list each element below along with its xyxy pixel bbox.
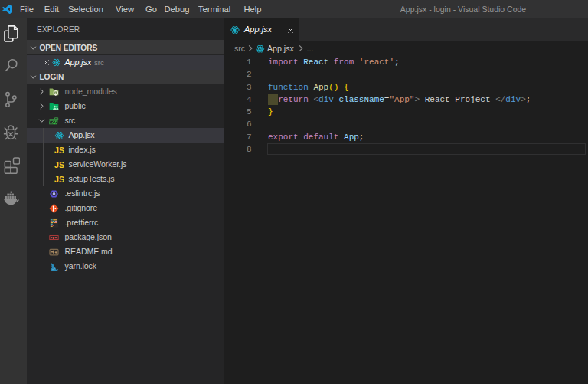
source-control-icon[interactable] [2, 90, 19, 107]
chevron-down-icon [30, 74, 37, 80]
js-icon [54, 175, 64, 184]
tree-item-label: index.js [69, 143, 96, 157]
search-icon[interactable] [2, 57, 19, 74]
folder-src-open-icon [49, 117, 59, 126]
menu-selection[interactable]: Selection [68, 0, 103, 18]
react-icon [256, 44, 265, 54]
tree-item-yarn-lock[interactable]: yarn.lock [27, 259, 224, 274]
tree-item-public[interactable]: public [27, 99, 224, 113]
breadcrumbs: src App.jsx ... [224, 41, 588, 56]
cursor-block [268, 94, 278, 105]
section-login[interactable]: LOGIN [27, 70, 224, 84]
folder-public-icon [49, 102, 59, 111]
tree-item-label: .gitignore [65, 201, 98, 215]
tree-item-index-js[interactable]: index.js [27, 143, 224, 157]
chevron-right-icon [38, 103, 45, 110]
menu-view[interactable]: View [116, 0, 134, 18]
eslint-icon [49, 189, 59, 199]
section-open-editors[interactable]: OPEN EDITORS [27, 40, 224, 54]
menu-go[interactable]: Go [145, 0, 157, 18]
open-editor-detail: src [94, 55, 104, 70]
line-numbers: 12345678 [224, 56, 252, 156]
titlebar: File Edit Selection View Go Debug Termin… [0, 0, 588, 18]
open-editor-label: App.jsx [65, 55, 92, 70]
chevron-right-icon [297, 44, 305, 52]
chevron-down-icon [38, 117, 45, 124]
extensions-icon[interactable] [3, 157, 20, 174]
tree-item-readme-md[interactable]: README.md [27, 245, 224, 259]
tree-item-label: yarn.lock [65, 259, 97, 274]
chevron-down-icon [30, 44, 37, 51]
chevron-right-icon [247, 44, 254, 52]
breadcrumb-symbol[interactable]: ... [307, 41, 314, 56]
docker-icon[interactable] [2, 190, 19, 207]
tree-item-serviceworker-js[interactable]: serviceWorker.js [27, 157, 224, 172]
files-icon[interactable] [2, 25, 19, 42]
prettier-icon [49, 218, 59, 228]
js-icon [54, 160, 64, 169]
tree-item-setuptests-js[interactable]: setupTests.js [27, 172, 224, 186]
git-icon [49, 204, 59, 213]
tree-item-label: public [65, 99, 86, 113]
sidebar-explorer: EXPLORER OPEN EDITORS App.jsx src LOGIN … [27, 18, 224, 384]
tree-item--gitignore[interactable]: .gitignore [27, 201, 224, 215]
chevron-right-icon [38, 88, 45, 95]
react-icon [230, 25, 240, 34]
tree-item-app-jsx[interactable]: App.jsx [27, 128, 224, 143]
tree-item-label: src [65, 113, 76, 128]
indent-guide [43, 128, 44, 186]
breadcrumb-folder[interactable]: src [234, 41, 245, 56]
breadcrumb-file[interactable]: App.jsx [267, 41, 294, 56]
code-lines: import React from 'react';function App()… [268, 56, 531, 156]
tree-item--prettierrc[interactable]: .prettierrc [27, 215, 224, 230]
tab-appjsx[interactable]: App.jsx [224, 18, 299, 41]
code-editor[interactable]: 12345678 import React from 'react';funct… [224, 56, 588, 384]
react-icon [54, 131, 64, 140]
tree-item-label: package.json [65, 230, 112, 245]
tree-item-label: .eslintrc.js [65, 186, 100, 201]
tree-item-label: serviceWorker.js [69, 157, 127, 172]
tab-label: App.jsx [244, 18, 272, 41]
debug-icon[interactable] [2, 123, 19, 140]
menu-edit[interactable]: Edit [44, 0, 59, 18]
open-editor-item[interactable]: App.jsx src [27, 55, 224, 70]
current-line-highlight [267, 143, 586, 155]
tree-item-label: node_modules [65, 84, 117, 99]
tree-item--eslintrc-js[interactable]: .eslintrc.js [27, 186, 224, 201]
close-icon[interactable] [287, 27, 294, 34]
section-label: LOGIN [40, 70, 64, 84]
js-icon [54, 146, 64, 155]
sidebar-title: EXPLORER [37, 18, 80, 40]
tree-item-src[interactable]: src [27, 113, 224, 128]
yarn-icon [49, 262, 59, 271]
tree-item-label: README.md [65, 245, 113, 259]
tree-item-label: .prettierrc [65, 215, 99, 230]
window-title: App.jsx - login - Visual Studio Code [400, 0, 526, 18]
section-label: OPEN EDITORS [40, 40, 98, 55]
tree-item-node-modules[interactable]: node_modules [27, 84, 224, 99]
tree-item-label: App.jsx [69, 128, 95, 143]
tree-item-label: setupTests.js [69, 172, 115, 186]
react-icon [52, 58, 60, 67]
readme-icon [49, 248, 59, 257]
menu-help[interactable]: Help [243, 0, 261, 18]
vscode-logo-icon [2, 5, 12, 14]
menu-debug[interactable]: Debug [165, 0, 190, 18]
npm-icon [49, 233, 59, 242]
menu-file[interactable]: File [20, 0, 34, 18]
tree-item-package-json[interactable]: package.json [27, 230, 224, 245]
activity-bar [0, 18, 27, 384]
folder-npm-icon [49, 87, 59, 97]
menu-terminal[interactable]: Terminal [198, 0, 230, 18]
close-icon[interactable] [43, 59, 50, 66]
